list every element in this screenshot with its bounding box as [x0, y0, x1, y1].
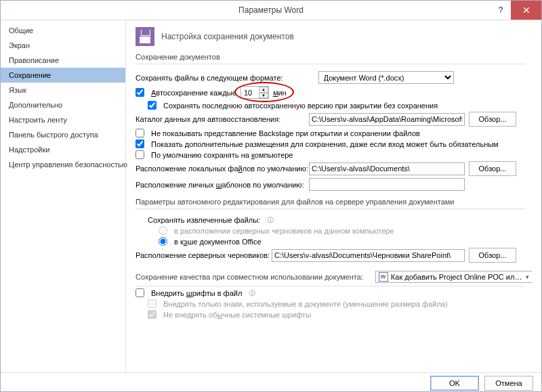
- default-computer-checkbox[interactable]: [136, 150, 144, 159]
- drafts-browse-button[interactable]: Обзор...: [469, 248, 516, 263]
- drafts-input[interactable]: [272, 249, 465, 262]
- autosave-checkbox[interactable]: [136, 88, 144, 97]
- sidebar-item-general[interactable]: Общие: [1, 23, 125, 38]
- embed-fonts-checkbox[interactable]: [136, 288, 144, 297]
- section-save-title: Сохранение документов: [136, 53, 525, 64]
- embed-fonts-label: Внедрить шрифты в файл: [151, 289, 242, 297]
- autosave-label-post: мин: [273, 89, 287, 97]
- section-offline-title: Параметры автономного редактирования для…: [136, 198, 525, 209]
- templates-label: Расположение личных шаблонов по умолчани…: [136, 181, 305, 189]
- embed-used-label: Внедрять только знаки, используемые в до…: [163, 300, 448, 308]
- doc-selector[interactable]: Как добавить Project Online POC или D...…: [375, 271, 532, 283]
- sidebar: Общие Экран Правописание Сохранение Язык…: [1, 20, 126, 372]
- show-additional-label: Показать дополнительные размещения для с…: [151, 140, 499, 148]
- autorecover-dir-label: Каталог данных для автовосстановления:: [136, 115, 305, 123]
- chevron-down-icon: ▾: [526, 274, 529, 280]
- sidebar-item-qat[interactable]: Панель быстрого доступа: [1, 127, 125, 142]
- window-title: Параметры Word: [1, 5, 541, 15]
- sidebar-item-display[interactable]: Экран: [1, 38, 125, 53]
- help-icon[interactable]: ?: [491, 1, 511, 20]
- sidebar-item-trustcenter[interactable]: Центр управления безопасностью: [1, 157, 125, 172]
- titlebar: Параметры Word ? ✕: [1, 1, 541, 20]
- keep-last-autosave-checkbox[interactable]: [148, 101, 157, 110]
- spinner-down-icon[interactable]: ▼: [259, 93, 268, 99]
- templates-input[interactable]: [309, 178, 465, 191]
- no-backstage-label: Не показывать представление Backstage пр…: [151, 129, 420, 137]
- sidebar-item-advanced[interactable]: Дополнительно: [1, 97, 125, 112]
- content-pane: Настройка сохранения документов Сохранен…: [126, 20, 541, 372]
- sidebar-item-save[interactable]: Сохранение: [1, 68, 125, 83]
- keep-last-autosave-label: Сохранять последнюю автосохраненную верс…: [163, 102, 438, 110]
- no-system-fonts-checkbox: [148, 310, 157, 319]
- local-files-label: Расположение локальных файлов по умолчан…: [136, 165, 305, 173]
- save-format-label: Сохранять файлы в следующем формате:: [136, 74, 283, 82]
- page-title: Настройка сохранения документов: [161, 32, 294, 41]
- save-format-select[interactable]: Документ Word (*.docx): [318, 71, 454, 84]
- sidebar-item-proofing[interactable]: Правописание: [1, 53, 125, 68]
- save-extracted-label: Сохранять извлеченные файлы:: [148, 216, 260, 224]
- info-icon[interactable]: ⓘ: [266, 216, 274, 224]
- embed-used-checkbox: [148, 299, 157, 308]
- radio-office-cache-label: в кэше документов Office: [174, 238, 262, 246]
- autorecover-dir-input[interactable]: [309, 113, 465, 126]
- radio-server-drafts: [159, 226, 167, 235]
- cancel-button[interactable]: Отмена: [484, 376, 533, 391]
- autorecover-browse-button[interactable]: Обзор...: [469, 112, 516, 127]
- section-quality-title: Сохранение качества при совместном испол…: [136, 273, 363, 281]
- sidebar-item-addins[interactable]: Надстройки: [1, 142, 125, 157]
- default-computer-label: По умолчанию сохранять на компьютере: [151, 151, 293, 159]
- no-backstage-checkbox[interactable]: [136, 129, 144, 137]
- ok-button[interactable]: OK: [430, 376, 479, 391]
- local-files-input[interactable]: [309, 162, 465, 175]
- dialog-footer: OK Отмена: [1, 372, 541, 392]
- sidebar-item-ribbon[interactable]: Настроить ленту: [1, 112, 125, 127]
- autosave-label-pre: Автосохранение каждые: [151, 89, 236, 97]
- radio-server-drafts-label: в расположении серверных черновиков на д…: [174, 227, 394, 235]
- info-icon[interactable]: ⓘ: [248, 289, 256, 297]
- close-icon[interactable]: ✕: [511, 1, 541, 20]
- sidebar-item-language[interactable]: Язык: [1, 83, 125, 97]
- show-additional-checkbox[interactable]: [136, 139, 144, 148]
- no-system-fonts-label: Не внедрять обычные системные шрифты: [163, 311, 311, 319]
- local-files-browse-button[interactable]: Обзор...: [469, 161, 516, 176]
- word-doc-icon: [379, 272, 388, 282]
- spinner-up-icon[interactable]: ▲: [259, 87, 268, 93]
- save-icon: [136, 27, 154, 46]
- radio-office-cache[interactable]: [159, 237, 167, 246]
- drafts-label: Расположение серверных черновиков:: [136, 251, 268, 259]
